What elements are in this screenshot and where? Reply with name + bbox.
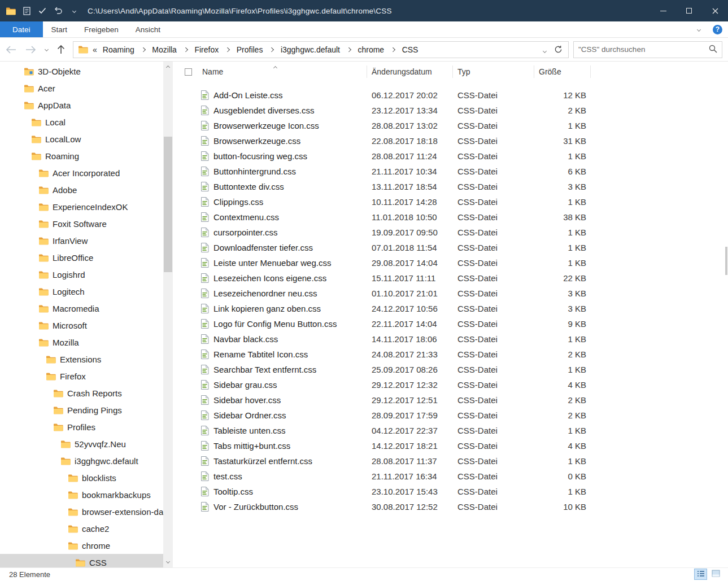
sidebar-item-extensions[interactable]: Extensions [0, 351, 163, 368]
list-scrollbar-thumb[interactable] [725, 247, 727, 275]
qat-customize-chevron-icon[interactable] [69, 6, 79, 16]
scroll-up-icon[interactable] [163, 63, 173, 72]
file-row[interactable]: Browserwerkzeuge Icon.css28.08.2017 13:0… [181, 118, 728, 133]
column-header-type[interactable]: Typ [453, 65, 534, 78]
check-icon[interactable] [37, 6, 47, 16]
sidebar-item-foxit-software[interactable]: Foxit Software [0, 215, 163, 232]
file-row[interactable]: Vor - Zurückbutton.css30.08.2017 12:52CS… [181, 499, 728, 514]
breadcrumb-separator-icon[interactable] [391, 47, 395, 52]
sidebar-item-macromedia[interactable]: Macromedia [0, 300, 163, 317]
search-box[interactable] [573, 41, 722, 58]
sidebar-item-acer-incorporated[interactable]: Acer Incorporated [0, 164, 163, 181]
ribbon-tab-datei[interactable]: Datei [0, 21, 43, 37]
sidebar-item-css[interactable]: CSS [0, 554, 163, 567]
sidebar-item-crash-reports[interactable]: Crash Reports [0, 385, 163, 401]
sidebar-item-roaming[interactable]: Roaming [0, 147, 163, 164]
column-header-size[interactable]: Größe [534, 65, 591, 78]
file-row[interactable]: Downloadfenster tiefer.css07.01.2018 11:… [181, 240, 728, 255]
sidebar-item-acer[interactable]: Acer [0, 80, 163, 97]
address-dropdown-icon[interactable] [543, 45, 546, 54]
breadcrumb-item-roaming[interactable]: Roaming [99, 45, 138, 54]
search-input[interactable] [578, 45, 709, 54]
address-box[interactable]: « RoamingMozillaFirefoxProfilesi3gghgwc.… [73, 41, 569, 58]
sidebar-item-logishrd[interactable]: Logishrd [0, 266, 163, 283]
breadcrumb-item-i3gghgwc-default[interactable]: i3gghgwc.default [277, 45, 343, 54]
minimize-button[interactable] [650, 0, 676, 21]
breadcrumb-item-css[interactable]: CSS [399, 45, 422, 54]
close-button[interactable] [702, 0, 728, 21]
sidebar-item-libreoffice[interactable]: LibreOffice [0, 249, 163, 266]
sidebar-scrollbar[interactable] [163, 62, 173, 567]
ribbon-tab-ansicht[interactable]: Ansicht [127, 21, 169, 37]
file-row[interactable]: cursorpointer.css19.09.2017 09:50CSS-Dat… [181, 225, 728, 240]
file-row[interactable]: Lesezeichen Icons eigene.css15.11.2017 1… [181, 270, 728, 286]
sidebar-item-mozilla[interactable]: Mozilla [0, 334, 163, 351]
breadcrumb-separator-icon[interactable] [269, 47, 274, 52]
sidebar-item-3d-objekte[interactable]: 3D-Objekte [0, 63, 163, 80]
sidebar-item-experienceindexok[interactable]: ExperienceIndexOK [0, 198, 163, 215]
undo-icon[interactable] [53, 6, 63, 16]
file-row[interactable]: Searchbar Text entfernt.css25.09.2017 08… [181, 362, 728, 377]
ribbon-tab-start[interactable]: Start [43, 21, 76, 37]
file-row[interactable]: Sidebar Ordner.css28.09.2017 17:59CSS-Da… [181, 408, 728, 423]
breadcrumb-separator-icon[interactable] [141, 47, 146, 52]
breadcrumb-item-chrome[interactable]: chrome [354, 45, 387, 54]
sidebar-item-logitech[interactable]: Logitech [0, 283, 163, 300]
sidebar-item-local[interactable]: Local [0, 113, 163, 130]
sidebar-item-bookmarkbackups[interactable]: bookmarkbackups [0, 486, 163, 503]
file-row[interactable]: button-focusring weg.css28.08.2017 11:24… [181, 148, 728, 164]
file-row[interactable]: Buttontexte div.css13.11.2017 18:54CSS-D… [181, 179, 728, 194]
sidebar-item-cache2[interactable]: cache2 [0, 520, 163, 537]
file-row[interactable]: Navbar black.css14.11.2017 18:06CSS-Date… [181, 331, 728, 347]
sidebar-item-adobe[interactable]: Adobe [0, 181, 163, 198]
file-row[interactable]: Logo für Config Menu Button.css22.11.201… [181, 316, 728, 331]
maximize-button[interactable] [676, 0, 702, 21]
file-row[interactable]: Tastaturkürzel entfernt.css28.08.2017 11… [181, 453, 728, 469]
properties-icon[interactable] [21, 6, 32, 16]
sidebar-item-blocklists[interactable]: blocklists [0, 469, 163, 486]
file-row[interactable]: Add-On Leiste.css06.12.2017 20:02CSS-Dat… [181, 88, 728, 103]
breadcrumb-separator-icon[interactable] [184, 47, 188, 52]
file-row[interactable]: Leiste unter Menuebar weg.css29.08.2017 … [181, 255, 728, 270]
up-button[interactable] [57, 45, 65, 54]
file-row[interactable]: Link kopieren ganz oben.css24.12.2017 10… [181, 301, 728, 316]
refresh-icon[interactable] [554, 45, 563, 54]
file-row[interactable]: Tabs mittig+bunt.css14.12.2017 18:21CSS-… [181, 438, 728, 453]
sidebar-item-52yvvqfz-neu[interactable]: 52yvvqfz.Neu [0, 435, 163, 452]
sidebar-item-firefox[interactable]: Firefox [0, 368, 163, 385]
sidebar-item-chrome[interactable]: chrome [0, 537, 163, 554]
thumbnails-view-button[interactable] [709, 569, 722, 580]
sidebar-item-browser-extension-da[interactable]: browser-extension-da [0, 503, 163, 520]
file-row[interactable]: Ausgeblendet diverses.css23.12.2017 13:3… [181, 103, 728, 118]
file-row[interactable]: Contextmenu.css11.01.2018 10:50CSS-Datei… [181, 209, 728, 225]
recent-locations-chevron-icon[interactable] [45, 48, 48, 51]
back-button[interactable] [6, 46, 16, 54]
breadcrumb-separator-icon[interactable] [347, 47, 351, 52]
sidebar-item-profiles[interactable]: Profiles [0, 418, 163, 435]
sidebar-item-pending-pings[interactable]: Pending Pings [0, 401, 163, 418]
file-row[interactable]: Lesezeichenordner neu.css01.10.2017 21:0… [181, 286, 728, 301]
file-row[interactable]: Tooltip.css23.10.2017 15:43CSS-Datei1 KB [181, 484, 728, 499]
column-header-date[interactable]: Änderungsdatum [367, 65, 453, 78]
file-row[interactable]: Browserwerkzeuge.css22.08.2017 18:18CSS-… [181, 133, 728, 148]
sidebar-item-locallow[interactable]: LocalLow [0, 130, 163, 147]
sidebar-item-appdata[interactable]: AppData [0, 97, 163, 113]
column-header-name[interactable]: Name [198, 65, 367, 78]
sidebar-item-i3gghgwc-default[interactable]: i3gghgwc.default [0, 452, 163, 469]
ribbon-expand-chevron-icon[interactable] [694, 24, 704, 34]
ribbon-tab-freigeben[interactable]: Freigeben [76, 21, 127, 37]
forward-button[interactable] [25, 46, 36, 54]
details-view-button[interactable] [694, 569, 707, 580]
file-row[interactable]: Buttonhintergrund.css21.11.2017 10:34CSS… [181, 164, 728, 179]
file-row[interactable]: test.css21.11.2017 16:34CSS-Datei0 KB [181, 469, 728, 484]
scroll-down-icon[interactable] [163, 557, 173, 566]
breadcrumb-overflow-button[interactable]: « [93, 45, 97, 54]
file-row[interactable]: Clippings.css10.11.2017 14:28CSS-Datei1 … [181, 194, 728, 209]
file-row[interactable]: Sidebar hover.css29.12.2017 12:51CSS-Dat… [181, 392, 728, 408]
sidebar-item-microsoft[interactable]: Microsoft [0, 317, 163, 334]
breadcrumb-item-profiles[interactable]: Profiles [233, 45, 267, 54]
breadcrumb-separator-icon[interactable] [225, 47, 230, 52]
search-icon[interactable] [709, 45, 717, 55]
file-row[interactable]: Tableiste unten.css04.12.2017 22:37CSS-D… [181, 423, 728, 438]
sidebar-item-irfanview[interactable]: IrfanView [0, 232, 163, 249]
